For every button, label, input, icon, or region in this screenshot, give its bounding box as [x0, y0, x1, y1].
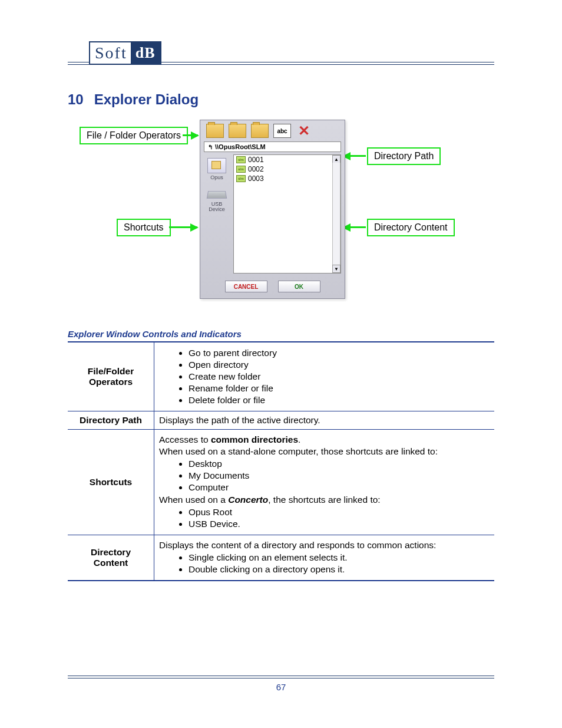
- section-heading: 10Explorer Dialog: [68, 91, 494, 108]
- text-bold-italic: Concerto: [228, 495, 268, 505]
- directory-path-text: \\OpusRoot\SLM: [215, 143, 266, 150]
- list-item: USB Device.: [189, 518, 490, 530]
- callout-path: Directory Path: [367, 147, 441, 165]
- page-header: Soft dB: [68, 41, 494, 65]
- list-item: Double clicking on a directory opens it.: [189, 564, 490, 575]
- shortcut-label: Opus: [210, 174, 223, 180]
- header-rule-right: [161, 62, 495, 65]
- list-item: Computer: [189, 482, 490, 493]
- list-item-label: 0001: [248, 156, 264, 164]
- delete-icon[interactable]: ✕: [296, 124, 312, 137]
- cancel-button[interactable]: CANCEL: [225, 281, 267, 292]
- list-item: Rename folder or file: [189, 383, 490, 394]
- path-up-icon: ↰: [208, 144, 213, 150]
- table-row: Directory Path Displays the path of the …: [68, 411, 494, 430]
- controls-table: File/Folder Operators Go to parent direc…: [68, 341, 494, 581]
- row-desc: Displays the content of a directory and …: [154, 535, 495, 581]
- arrow-shortcuts: [169, 226, 197, 228]
- callout-shortcuts: Shortcuts: [117, 219, 171, 236]
- file-icon: slm: [236, 156, 246, 163]
- callout-operators: File / Folder Operators: [80, 127, 188, 144]
- callout-content: Directory Content: [367, 219, 455, 236]
- arrow-operators: [183, 134, 198, 136]
- row-label: Directory Content: [68, 535, 154, 581]
- arrow-path: [343, 155, 366, 157]
- explorer-dialog: abc ✕ ↰ \\OpusRoot\SLM Opus USB Device: [200, 120, 345, 299]
- scroll-up-button[interactable]: ▲: [332, 155, 340, 163]
- shortcuts-pane: Opus USB Device: [204, 154, 230, 274]
- list-item[interactable]: slm0003: [234, 174, 340, 183]
- section-title: Explorer Dialog: [94, 91, 199, 107]
- text: When used on a: [159, 495, 228, 505]
- arrow-content: [343, 226, 366, 228]
- list-item-label: 0003: [248, 174, 264, 183]
- list-item: Open directory: [189, 359, 490, 371]
- row-desc: Displays the path of the active director…: [154, 411, 495, 430]
- logo: Soft dB: [89, 41, 161, 65]
- text: When used on a stand-alone computer, tho…: [159, 446, 490, 457]
- footer-rule: [68, 676, 494, 678]
- text: , the shortcuts are linked to:: [268, 495, 380, 505]
- table-caption: Explorer Window Controls and Indicators: [68, 329, 494, 339]
- list-item: Delete folder or file: [189, 394, 490, 406]
- list-item[interactable]: slm0001: [234, 155, 340, 164]
- ok-button[interactable]: OK: [278, 281, 320, 292]
- directory-listing[interactable]: slm0001 slm0002 slm0003 ▲ ▼: [233, 154, 341, 274]
- row-label: Directory Path: [68, 411, 154, 430]
- row-label: Shortcuts: [68, 430, 154, 535]
- page-footer: 67: [68, 676, 494, 692]
- table-row: File/Folder Operators Go to parent direc…: [68, 342, 494, 411]
- text: Accesses to: [159, 434, 211, 444]
- row-label: File/Folder Operators: [68, 342, 154, 411]
- scrollbar-track[interactable]: [332, 163, 340, 265]
- dialog-toolbar: abc ✕: [200, 120, 345, 141]
- page-number: 67: [68, 682, 494, 692]
- shortcut-opus[interactable]: Opus: [204, 158, 230, 180]
- new-folder-icon[interactable]: [251, 124, 269, 138]
- list-item: Desktop: [189, 458, 490, 470]
- file-icon: slm: [236, 175, 246, 182]
- list-item: Opus Root: [189, 506, 490, 518]
- row-desc: Go to parent directory Open directory Cr…: [154, 342, 495, 411]
- opus-folder-icon: [207, 158, 226, 173]
- shortcut-usb[interactable]: USB Device: [204, 189, 230, 212]
- text: .: [298, 434, 300, 444]
- logo-text-right: dB: [131, 42, 160, 64]
- open-dir-icon[interactable]: [229, 124, 246, 138]
- explorer-figure: File / Folder Operators Shortcuts Direct…: [68, 120, 494, 314]
- table-row: Shortcuts Accesses to common directories…: [68, 430, 494, 535]
- logo-text-left: Soft: [90, 42, 131, 64]
- list-item-label: 0002: [248, 165, 264, 173]
- table-row: Directory Content Displays the content o…: [68, 535, 494, 581]
- row-desc: Accesses to common directories. When use…: [154, 430, 495, 535]
- text-bold: common directories: [211, 434, 298, 444]
- rename-icon[interactable]: abc: [273, 124, 291, 138]
- list-item: Go to parent directory: [189, 347, 490, 359]
- section-number: 10: [68, 91, 84, 107]
- scroll-down-button[interactable]: ▼: [332, 265, 340, 273]
- text: Displays the content of a directory and …: [159, 540, 490, 551]
- shortcut-label: USB Device: [204, 202, 230, 212]
- parent-dir-icon[interactable]: [206, 124, 224, 138]
- file-icon: slm: [236, 166, 246, 173]
- list-item[interactable]: slm0002: [234, 164, 340, 174]
- list-item: My Documents: [189, 470, 490, 482]
- list-item: Single clicking on an element selects it…: [189, 552, 490, 564]
- header-rule-left: [68, 62, 89, 65]
- usb-device-icon: [207, 191, 227, 199]
- directory-path-bar[interactable]: ↰ \\OpusRoot\SLM: [204, 141, 341, 152]
- list-item: Create new folder: [189, 371, 490, 383]
